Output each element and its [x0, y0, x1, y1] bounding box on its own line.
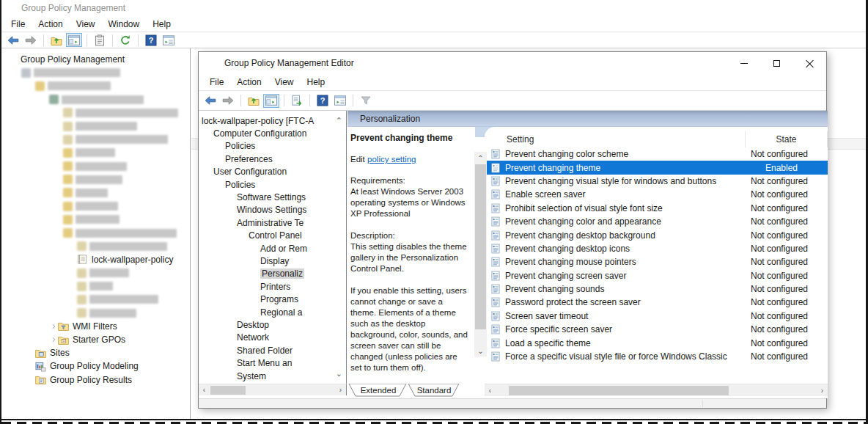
gpme-menu-help[interactable]: Help — [301, 75, 332, 89]
settings-row[interactable]: Screen saver timeoutNot configured — [485, 310, 828, 323]
column-header-setting[interactable]: Setting — [485, 134, 745, 145]
gpm-tree-item-redacted[interactable] — [1, 240, 190, 253]
gpme-tree-item-windows-settings[interactable]: Windows Settings — [199, 204, 346, 216]
help-button[interactable]: ? — [143, 33, 159, 47]
settings-row[interactable]: Force specific screen saverNot configure… — [485, 323, 828, 336]
back-button[interactable] — [5, 33, 21, 47]
tree-scroll-up-icon[interactable]: ⌃ — [336, 117, 342, 125]
gpme-menu-action[interactable]: Action — [230, 75, 268, 89]
chevron-right-icon[interactable] — [49, 335, 58, 344]
settings-row[interactable]: Prevent changing soundsNot configured — [485, 282, 828, 296]
scroll-left-icon[interactable]: ‹ — [199, 385, 210, 395]
up-folder-button[interactable] — [246, 94, 262, 108]
settings-row[interactable]: Password protect the screen saverNot con… — [485, 296, 828, 309]
gpm-tree-item-group-policy-results[interactable]: Group Policy Results — [1, 373, 190, 387]
settings-row[interactable]: Prevent changing desktop backgroundNot c… — [485, 228, 828, 241]
gpme-menu-view[interactable]: View — [268, 75, 301, 89]
edit-policy-setting-link[interactable]: policy setting — [367, 155, 416, 164]
settings-row[interactable]: Load a specific themeNot configured — [485, 336, 828, 349]
scroll-down-icon[interactable]: ⌄ — [474, 345, 487, 357]
gpme-tree-item-software-settings[interactable]: Software Settings — [199, 191, 346, 203]
show-console-tree-button[interactable] — [66, 33, 82, 47]
column-header-state[interactable]: State — [745, 131, 828, 147]
gpme-tree-item-policies[interactable]: Policies — [199, 140, 346, 153]
forward-button[interactable] — [23, 33, 39, 47]
chevron-right-icon[interactable] — [49, 322, 58, 331]
gpme-tree-item-programs[interactable]: Programs — [199, 293, 346, 305]
gpme-tree-item-printers[interactable]: Printers — [199, 280, 346, 293]
gpm-tree-item-sites[interactable]: Sites — [1, 346, 190, 359]
gpm-menu-file[interactable]: File — [4, 17, 32, 32]
scroll-up-icon[interactable]: ⌃ — [474, 152, 487, 164]
maximize-button[interactable] — [760, 52, 793, 74]
settings-row[interactable]: Prevent changing color schemeNot configu… — [485, 147, 828, 161]
settings-row[interactable]: Prevent changing screen saverNot configu… — [485, 269, 828, 282]
gpme-tree-item-computer-configuration[interactable]: Computer Configuration — [199, 127, 346, 139]
gpme-tree-item-preferences[interactable]: Preferences — [199, 153, 346, 165]
gpm-tree-item-redacted[interactable] — [1, 213, 190, 226]
show-console-tree-button[interactable] — [263, 94, 279, 108]
settings-row[interactable]: Prevent changing visual style for window… — [485, 175, 828, 188]
gpme-tree-item-start-menu-an[interactable]: Start Menu an — [199, 357, 346, 369]
tree-hscroll-thumb[interactable] — [210, 386, 246, 395]
gpm-tree-item-redacted[interactable] — [1, 146, 190, 159]
gpme-menu-file[interactable]: File — [203, 75, 230, 89]
window-list-button[interactable] — [332, 94, 348, 108]
export-list-button[interactable] — [289, 94, 305, 108]
tree-scroll-down-icon[interactable]: ⌄ — [336, 370, 342, 378]
gpm-menu-view[interactable]: View — [70, 17, 102, 32]
gpm-tree-item-redacted[interactable] — [1, 293, 190, 306]
gpme-tree-item-user-configuration[interactable]: User Configuration — [199, 166, 346, 178]
gpm-tree-item-redacted[interactable] — [1, 226, 190, 239]
back-button[interactable] — [202, 94, 218, 108]
gpm-tree-root[interactable]: Group Policy Management — [1, 53, 190, 66]
gpme-tree-item-control-panel[interactable]: Control Panel — [199, 230, 346, 242]
scroll-right-icon[interactable]: › — [335, 385, 346, 395]
gpm-tree-item-redacted[interactable] — [1, 200, 190, 213]
gpme-tree-hscrollbar[interactable]: ‹ › — [199, 384, 347, 395]
gpm-tree-item-wmi-filters[interactable]: WMI Filters — [1, 320, 190, 333]
gpm-tree-item-redacted[interactable] — [1, 186, 190, 200]
settings-row[interactable]: Prevent changing themeEnabled — [485, 161, 828, 174]
gpm-tree-item-redacted[interactable] — [1, 160, 190, 173]
gpme-tree-item-network[interactable]: Network — [199, 332, 346, 344]
settings-list-hscrollbar[interactable]: ‹ › — [485, 384, 828, 396]
up-folder-button[interactable] — [48, 33, 65, 47]
gpm-tree-item-group-policy-modeling[interactable]: Group Policy Modeling — [1, 359, 190, 373]
settings-row[interactable]: Prevent changing desktop iconsNot config… — [485, 242, 828, 255]
scroll-right-icon[interactable]: › — [817, 385, 828, 395]
settings-row[interactable]: Prohibit selection of visual style font … — [485, 202, 828, 215]
window-list-button[interactable] — [161, 33, 177, 47]
settings-row[interactable]: Force a specific visual style file or fo… — [485, 350, 828, 363]
gpme-tree-item-display[interactable]: Display — [199, 255, 346, 267]
gpme-tree-item-regional-a[interactable]: Regional a — [199, 306, 346, 318]
gpme-tree-item-desktop[interactable]: Desktop — [199, 318, 346, 331]
settings-row[interactable]: Prevent changing mouse pointersNot confi… — [485, 255, 828, 268]
gpm-tree-item-redacted[interactable] — [1, 133, 190, 146]
gpme-tree-item-system[interactable]: System — [199, 370, 346, 382]
scroll-left-icon[interactable]: ‹ — [485, 385, 496, 395]
gpm-menu-action[interactable]: Action — [32, 17, 69, 32]
list-hscroll-thumb[interactable] — [509, 386, 729, 395]
desc-scroll-thumb[interactable] — [475, 164, 486, 329]
gpm-tree-item-redacted[interactable] — [1, 266, 190, 279]
gpm-tree-item-redacted[interactable] — [1, 307, 190, 320]
gpm-tree-item-redacted[interactable] — [1, 66, 190, 79]
gpme-tree-item-add-or-rem[interactable]: Add or Rem — [199, 242, 346, 255]
forward-button[interactable] — [220, 94, 236, 108]
gpme-tree-item-policies[interactable]: Policies — [199, 178, 346, 191]
filter-button[interactable] — [358, 94, 374, 108]
gpm-menu-help[interactable]: Help — [146, 17, 177, 32]
minimize-button[interactable] — [727, 52, 760, 74]
gpm-tree-item-redacted[interactable] — [1, 106, 190, 120]
refresh-button[interactable] — [117, 33, 133, 47]
description-vscrollbar[interactable]: ⌃ ⌄ — [474, 152, 487, 357]
gpme-title-bar[interactable]: Group Policy Management Editor — [199, 52, 826, 74]
gpm-tree-item-starter-gpos[interactable]: Starter GPOs — [1, 333, 190, 346]
close-button[interactable] — [793, 52, 826, 74]
gpm-tree-item-redacted[interactable] — [1, 173, 190, 186]
gpme-tree-item-personaliz[interactable]: Personaliz — [199, 268, 346, 280]
settings-row[interactable]: Prevent changing color and appearanceNot… — [485, 215, 828, 228]
paste-button[interactable] — [92, 33, 108, 47]
help-button[interactable]: ? — [315, 94, 331, 108]
